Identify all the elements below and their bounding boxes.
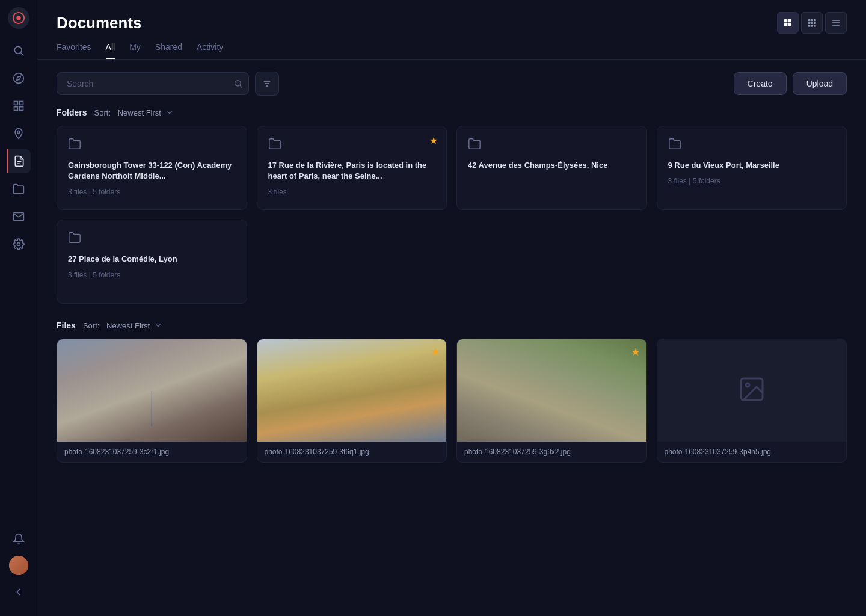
svg-rect-20 [814, 19, 815, 21]
svg-rect-14 [784, 19, 787, 22]
svg-rect-27 [832, 20, 840, 20]
view-grid-large-button[interactable] [777, 12, 799, 34]
file-card[interactable]: photo-1608231037259-3c2r1.jpg [57, 339, 247, 463]
sidebar-item-compass[interactable] [7, 66, 31, 90]
user-avatar[interactable] [9, 556, 28, 575]
sidebar-item-mail[interactable] [7, 205, 31, 229]
svg-rect-23 [814, 22, 815, 24]
folder-name: 27 Place de la Comédie, Lyon [68, 254, 236, 265]
folder-name: 42 Avenue des Champs-Élysées, Nice [468, 160, 636, 171]
svg-line-31 [240, 85, 242, 88]
files-sort-value: Newest First [106, 321, 150, 330]
tabs-bar: Favorites All My Shared Activity [37, 34, 866, 60]
sidebar [0, 0, 37, 616]
files-sort-control[interactable]: Sort: Newest First [83, 321, 162, 330]
folder-icon [68, 231, 236, 247]
view-grid-small-button[interactable] [801, 12, 823, 34]
tab-all[interactable]: All [106, 42, 115, 59]
tab-my[interactable]: My [129, 42, 141, 59]
svg-point-4 [13, 73, 23, 84]
sidebar-item-grid[interactable] [7, 94, 31, 118]
svg-rect-26 [814, 25, 815, 26]
upload-button[interactable]: Upload [793, 72, 847, 95]
search-toolbar: Create Upload [57, 72, 847, 96]
search-icon[interactable] [233, 79, 243, 88]
folder-icon [668, 137, 836, 153]
svg-rect-15 [788, 19, 791, 22]
page-title: Documents [57, 14, 142, 32]
svg-point-1 [16, 16, 20, 20]
svg-rect-9 [19, 107, 23, 111]
svg-rect-17 [788, 23, 791, 26]
folders-section-header: Folders Sort: Newest First [57, 108, 847, 117]
search-input-wrap [57, 72, 249, 95]
folder-card[interactable]: 27 Place de la Comédie, Lyon 3 files | 5… [57, 220, 247, 304]
action-buttons: Create Upload [734, 72, 847, 95]
view-list-button[interactable] [825, 12, 847, 34]
folder-name: 17 Rue de la Rivière, Paris is located i… [268, 160, 436, 182]
file-star-badge: ★ [631, 345, 640, 359]
folder-icon [68, 137, 236, 153]
sidebar-item-settings[interactable] [7, 232, 31, 256]
folder-card[interactable]: 9 Rue du Vieux Port, Marseille 3 files |… [657, 126, 847, 210]
view-controls [777, 12, 847, 34]
svg-rect-28 [832, 22, 840, 23]
folders-sort-value: Newest First [118, 108, 161, 117]
folder-icon [268, 137, 436, 153]
file-thumbnail [657, 339, 847, 442]
folder-card[interactable]: ★ 17 Rue de la Rivière, Paris is located… [257, 126, 447, 210]
svg-rect-24 [808, 25, 810, 26]
sidebar-item-notifications[interactable] [7, 527, 31, 551]
folder-name: Gainsborough Tower 33-122 (Con) Academy … [68, 160, 236, 182]
svg-point-30 [235, 81, 241, 86]
folder-card[interactable]: 42 Avenue des Champs-Élysées, Nice [456, 126, 647, 210]
svg-point-10 [17, 131, 19, 133]
folder-meta: 3 files | 5 folders [68, 271, 236, 279]
files-section-header: Files Sort: Newest First [57, 321, 847, 330]
file-name: photo-1608231037259-3f6q1.jpg [257, 442, 447, 462]
folder-meta: 3 files | 5 folders [68, 188, 236, 196]
folder-icon [468, 137, 636, 153]
file-card[interactable]: ★ photo-1608231037259-3g9x2.jpg [456, 339, 647, 463]
file-card[interactable]: ★ photo-1608231037259-3f6q1.jpg [257, 339, 447, 463]
file-thumbnail: ★ [257, 339, 447, 442]
star-badge: ★ [429, 135, 438, 146]
svg-rect-19 [811, 19, 813, 21]
svg-point-2 [14, 46, 22, 54]
folder-meta: 3 files | 5 folders [668, 177, 836, 185]
create-button[interactable]: Create [734, 72, 787, 95]
sidebar-item-documents[interactable] [7, 149, 31, 173]
svg-rect-7 [19, 102, 23, 105]
svg-rect-18 [808, 19, 810, 21]
sidebar-item-folder[interactable] [7, 177, 31, 201]
folders-grid: Gainsborough Tower 33-122 (Con) Academy … [57, 126, 847, 304]
tab-shared[interactable]: Shared [155, 42, 182, 59]
folders-section-title: Folders [57, 108, 87, 117]
file-name: photo-1608231037259-3c2r1.jpg [57, 442, 247, 462]
tab-activity[interactable]: Activity [197, 42, 223, 59]
sidebar-item-collapse[interactable] [7, 580, 31, 604]
folder-name: 9 Rue du Vieux Port, Marseille [668, 160, 836, 171]
svg-point-36 [746, 383, 749, 387]
folder-meta: 3 files [268, 188, 436, 196]
page-header: Documents [37, 0, 866, 34]
folder-card[interactable]: Gainsborough Tower 33-122 (Con) Academy … [57, 126, 247, 210]
svg-rect-6 [14, 102, 17, 105]
svg-line-3 [20, 53, 23, 56]
sidebar-item-location[interactable] [7, 122, 31, 146]
filter-button[interactable] [255, 72, 279, 96]
folders-sort-control[interactable]: Sort: Newest First [94, 108, 174, 117]
svg-rect-8 [14, 107, 17, 111]
svg-rect-29 [832, 25, 840, 25]
sidebar-item-search[interactable] [7, 38, 31, 63]
file-card[interactable]: photo-1608231037259-3p4h5.jpg [657, 339, 847, 463]
file-name: photo-1608231037259-3g9x2.jpg [457, 442, 646, 462]
files-section-title: Files [57, 321, 76, 330]
app-logo[interactable] [8, 7, 29, 29]
svg-rect-16 [784, 23, 787, 26]
search-input[interactable] [57, 72, 249, 95]
svg-marker-5 [16, 76, 20, 80]
tab-favorites[interactable]: Favorites [57, 42, 91, 59]
file-name: photo-1608231037259-3p4h5.jpg [657, 442, 847, 462]
file-star-badge: ★ [431, 345, 440, 359]
